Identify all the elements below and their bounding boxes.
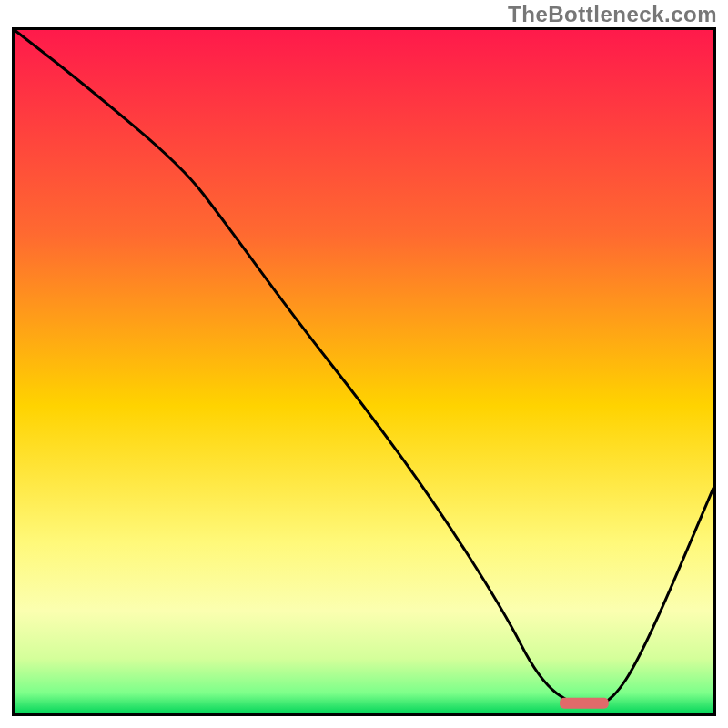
chart-svg (15, 30, 713, 713)
plot-area (12, 27, 716, 716)
gradient-background (15, 30, 713, 713)
chart-container: TheBottleneck.com (0, 0, 728, 728)
watermark-text: TheBottleneck.com (508, 2, 717, 27)
optimal-marker (560, 698, 609, 709)
